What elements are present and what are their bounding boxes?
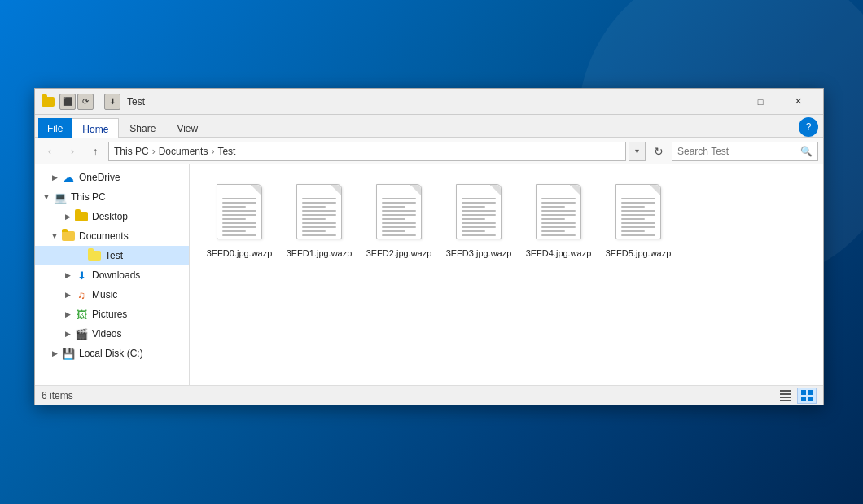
- file-line: [621, 222, 655, 224]
- expand-localdisk: ▶: [48, 347, 61, 360]
- sidebar-item-pictures[interactable]: ▶ 🖼 Pictures: [35, 305, 189, 324]
- test-folder-icon: [87, 249, 102, 262]
- svg-rect-6: [801, 397, 806, 401]
- music-icon: ♫: [74, 288, 89, 301]
- svg-rect-2: [780, 397, 791, 398]
- file-lines: [222, 198, 256, 239]
- sidebar-item-downloads[interactable]: ▶ ⬇ Downloads: [35, 265, 189, 285]
- titlebar-btn-2[interactable]: ⟳: [77, 94, 94, 110]
- desktop-folder-icon: [74, 210, 89, 223]
- sidebar-item-desktop[interactable]: ▶ Desktop: [35, 207, 189, 226]
- tab-file[interactable]: File: [38, 118, 72, 138]
- file-line: [382, 222, 416, 224]
- file-grid: 3EFD0.jpg.wazp: [203, 174, 810, 264]
- file-line: [621, 198, 655, 199]
- sidebar-item-documents[interactable]: ▼ Documents: [35, 226, 189, 246]
- file-line: [621, 230, 645, 232]
- file-lines: [302, 198, 336, 239]
- sidebar-item-test[interactable]: Test: [35, 246, 189, 265]
- file-item[interactable]: 3EFD4.jpg.wazp: [522, 174, 595, 264]
- maximize-button[interactable]: □: [742, 89, 779, 115]
- address-bar: ‹ › ↑ This PC › Documents › Test ▾ ↻ 🔍: [35, 138, 823, 164]
- svg-rect-4: [801, 390, 806, 395]
- pc-icon: 💻: [53, 191, 68, 204]
- sidebar-item-localdisk[interactable]: ▶ 💾 Local Disk (C:): [35, 344, 189, 363]
- tab-share[interactable]: Share: [119, 118, 166, 138]
- file-name: 3EFD4.jpg.wazp: [526, 248, 592, 259]
- sidebar-label-thispc: This PC: [71, 191, 106, 203]
- sidebar-item-videos[interactable]: ▶ 🎬 Videos: [35, 324, 189, 344]
- search-input[interactable]: [677, 146, 800, 157]
- search-icon[interactable]: 🔍: [800, 146, 813, 157]
- file-line: [382, 198, 416, 199]
- ribbon-tabs: File Home Share View ?: [35, 115, 823, 138]
- file-line: [222, 234, 256, 236]
- window-icon: [42, 95, 55, 108]
- tab-home[interactable]: Home: [72, 118, 119, 138]
- file-lines: [541, 198, 576, 239]
- file-icon-wrapper: [370, 179, 427, 244]
- file-line: [382, 202, 416, 204]
- file-line: [462, 234, 496, 236]
- file-item[interactable]: 3EFD0.jpg.wazp: [203, 174, 276, 264]
- file-line: [302, 210, 336, 212]
- documents-folder-icon: [61, 230, 76, 243]
- file-line: [222, 218, 246, 220]
- file-line: [541, 230, 565, 232]
- file-area: 3EFD0.jpg.wazp: [190, 164, 823, 385]
- file-line: [621, 202, 655, 204]
- path-sep-2: ›: [211, 146, 214, 157]
- file-line: [462, 230, 485, 232]
- file-icon-wrapper: [530, 179, 587, 244]
- file-item[interactable]: 3EFD3.jpg.wazp: [442, 174, 515, 264]
- file-line: [382, 234, 416, 236]
- file-line: [621, 234, 655, 236]
- nav-up-button[interactable]: ↑: [85, 142, 105, 161]
- file-line: [382, 230, 405, 232]
- file-name: 3EFD5.jpg.wazp: [606, 248, 672, 259]
- file-line: [302, 198, 336, 199]
- title-bar: ⬛ ⟳ ⬇ Test — □ ✕: [35, 89, 823, 115]
- file-line: [541, 214, 576, 216]
- file-line: [541, 218, 565, 220]
- sidebar-item-onedrive[interactable]: ▶ ☁ OneDrive: [35, 168, 189, 187]
- view-grid-button[interactable]: [797, 388, 817, 404]
- sidebar-label-downloads: Downloads: [92, 270, 140, 281]
- file-line: [222, 206, 246, 208]
- file-item[interactable]: 3EFD1.jpg.wazp: [283, 174, 356, 264]
- help-button[interactable]: ?: [799, 117, 818, 137]
- file-icon-wrapper: [450, 179, 507, 244]
- nav-back-button[interactable]: ‹: [40, 142, 59, 161]
- refresh-button[interactable]: ↻: [649, 142, 668, 161]
- sidebar-item-music[interactable]: ▶ ♫ Music: [35, 285, 189, 305]
- search-box: 🔍: [672, 142, 818, 161]
- sidebar-item-thispc[interactable]: ▼ 💻 This PC: [35, 187, 189, 207]
- file-line: [621, 210, 655, 212]
- view-list-button[interactable]: [776, 388, 795, 404]
- file-item[interactable]: 3EFD2.jpg.wazp: [362, 174, 436, 264]
- address-dropdown-button[interactable]: ▾: [629, 142, 646, 161]
- address-path[interactable]: This PC › Documents › Test: [108, 142, 626, 161]
- file-doc-icon: [376, 184, 422, 239]
- nav-forward-button[interactable]: ›: [63, 142, 82, 161]
- minimize-button[interactable]: —: [704, 89, 742, 115]
- file-name: 3EFD2.jpg.wazp: [366, 248, 432, 259]
- close-button[interactable]: ✕: [779, 89, 817, 115]
- path-test[interactable]: Test: [217, 146, 235, 157]
- path-sep-1: ›: [152, 146, 156, 157]
- onedrive-icon: ☁: [61, 171, 76, 184]
- file-line: [462, 222, 496, 224]
- tab-view[interactable]: View: [166, 118, 208, 138]
- file-item[interactable]: 3EFD5.jpg.wazp: [602, 174, 675, 264]
- file-line: [621, 214, 655, 216]
- titlebar-btn-1[interactable]: ⬛: [59, 94, 76, 110]
- file-line: [302, 226, 336, 228]
- path-documents[interactable]: Documents: [159, 146, 208, 157]
- file-line: [541, 226, 576, 228]
- path-thispc[interactable]: This PC: [114, 146, 149, 157]
- file-line: [462, 214, 496, 216]
- titlebar-btn-3[interactable]: ⬇: [104, 94, 120, 110]
- file-line: [621, 206, 645, 208]
- svg-rect-0: [780, 390, 791, 392]
- file-line: [541, 202, 576, 204]
